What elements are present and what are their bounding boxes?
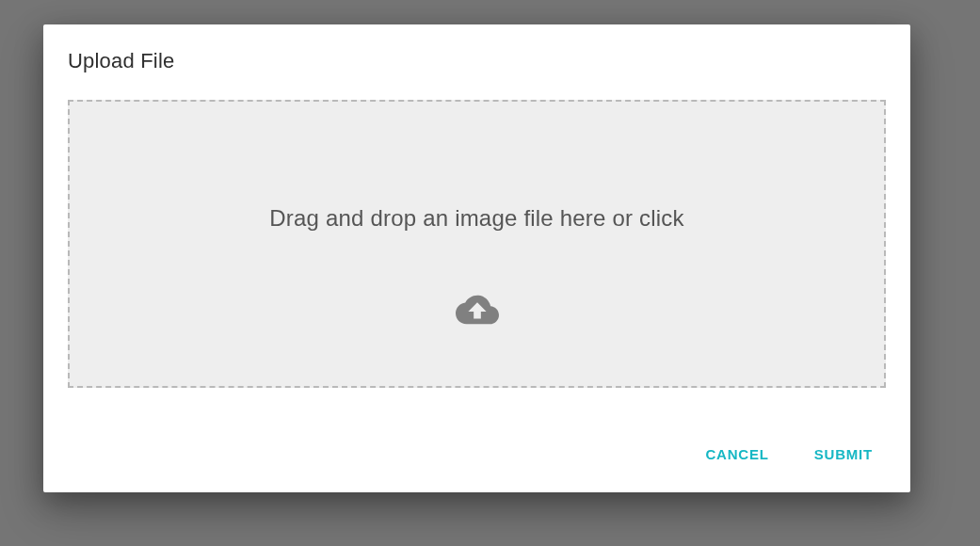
dialog-actions: CANCEL SUBMIT	[68, 441, 886, 472]
dropzone-instruction-text: Drag and drop an image file here or clic…	[269, 205, 683, 232]
submit-button[interactable]: SUBMIT	[811, 441, 876, 468]
cloud-upload-icon	[448, 288, 506, 335]
file-dropzone[interactable]: Drag and drop an image file here or clic…	[68, 100, 886, 388]
cancel-button[interactable]: CANCEL	[701, 441, 772, 468]
upload-file-dialog: Upload File Drag and drop an image file …	[43, 24, 910, 492]
dialog-title: Upload File	[68, 49, 886, 73]
